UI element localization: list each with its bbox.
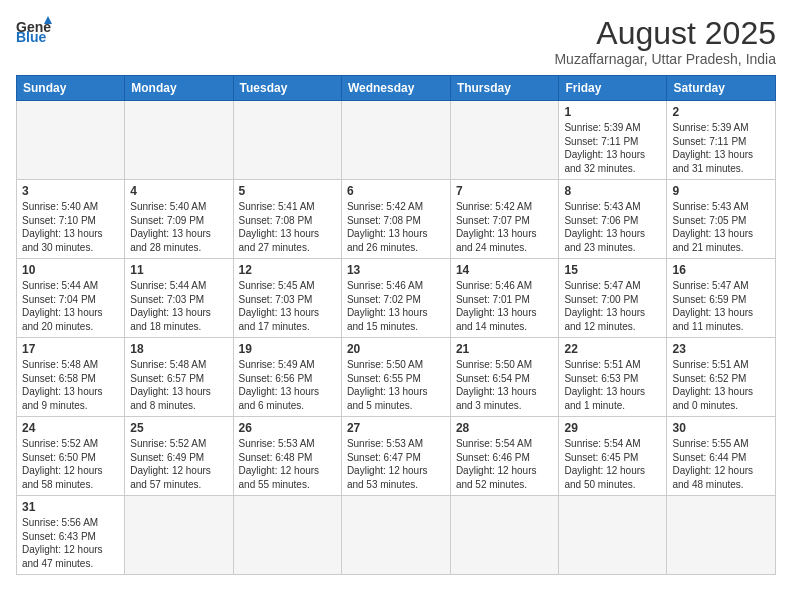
empty-cell xyxy=(233,101,341,180)
empty-cell xyxy=(233,496,341,575)
weekday-header-row: Sunday Monday Tuesday Wednesday Thursday… xyxy=(17,76,776,101)
empty-cell xyxy=(125,101,233,180)
table-row: 17 Sunrise: 5:48 AMSunset: 6:58 PMDaylig… xyxy=(17,338,776,417)
empty-cell xyxy=(341,101,450,180)
day-cell-17: 17 Sunrise: 5:48 AMSunset: 6:58 PMDaylig… xyxy=(17,338,125,417)
calendar-header: General Blue August 2025 Muzaffarnagar, … xyxy=(16,16,776,67)
day-cell-7: 7 Sunrise: 5:42 AMSunset: 7:07 PMDayligh… xyxy=(450,180,559,259)
empty-cell xyxy=(559,496,667,575)
table-row: 10 Sunrise: 5:44 AMSunset: 7:04 PMDaylig… xyxy=(17,259,776,338)
day-cell-23: 23 Sunrise: 5:51 AMSunset: 6:52 PMDaylig… xyxy=(667,338,776,417)
day-cell-21: 21 Sunrise: 5:50 AMSunset: 6:54 PMDaylig… xyxy=(450,338,559,417)
empty-cell xyxy=(125,496,233,575)
empty-cell xyxy=(17,101,125,180)
header-tuesday: Tuesday xyxy=(233,76,341,101)
day-cell-30: 30 Sunrise: 5:55 AMSunset: 6:44 PMDaylig… xyxy=(667,417,776,496)
empty-cell xyxy=(667,496,776,575)
header-wednesday: Wednesday xyxy=(341,76,450,101)
day-cell-2: 2 Sunrise: 5:39 AMSunset: 7:11 PMDayligh… xyxy=(667,101,776,180)
day-cell-24: 24 Sunrise: 5:52 AMSunset: 6:50 PMDaylig… xyxy=(17,417,125,496)
day-cell-10: 10 Sunrise: 5:44 AMSunset: 7:04 PMDaylig… xyxy=(17,259,125,338)
day-cell-25: 25 Sunrise: 5:52 AMSunset: 6:49 PMDaylig… xyxy=(125,417,233,496)
empty-cell xyxy=(450,101,559,180)
logo: General Blue xyxy=(16,16,52,44)
day-cell-20: 20 Sunrise: 5:50 AMSunset: 6:55 PMDaylig… xyxy=(341,338,450,417)
header-saturday: Saturday xyxy=(667,76,776,101)
header-friday: Friday xyxy=(559,76,667,101)
calendar-table: Sunday Monday Tuesday Wednesday Thursday… xyxy=(16,75,776,575)
day-cell-16: 16 Sunrise: 5:47 AMSunset: 6:59 PMDaylig… xyxy=(667,259,776,338)
title-area: August 2025 Muzaffarnagar, Uttar Pradesh… xyxy=(554,16,776,67)
header-thursday: Thursday xyxy=(450,76,559,101)
day-cell-12: 12 Sunrise: 5:45 AMSunset: 7:03 PMDaylig… xyxy=(233,259,341,338)
day-cell-9: 9 Sunrise: 5:43 AMSunset: 7:05 PMDayligh… xyxy=(667,180,776,259)
table-row: 3 Sunrise: 5:40 AMSunset: 7:10 PMDayligh… xyxy=(17,180,776,259)
day-cell-13: 13 Sunrise: 5:46 AMSunset: 7:02 PMDaylig… xyxy=(341,259,450,338)
day-cell-4: 4 Sunrise: 5:40 AMSunset: 7:09 PMDayligh… xyxy=(125,180,233,259)
day-cell-1: 1 Sunrise: 5:39 AMSunset: 7:11 PMDayligh… xyxy=(559,101,667,180)
empty-cell xyxy=(450,496,559,575)
calendar-subtitle: Muzaffarnagar, Uttar Pradesh, India xyxy=(554,51,776,67)
table-row: 31 Sunrise: 5:56 AMSunset: 6:43 PMDaylig… xyxy=(17,496,776,575)
day-cell-6: 6 Sunrise: 5:42 AMSunset: 7:08 PMDayligh… xyxy=(341,180,450,259)
day-cell-29: 29 Sunrise: 5:54 AMSunset: 6:45 PMDaylig… xyxy=(559,417,667,496)
day-cell-19: 19 Sunrise: 5:49 AMSunset: 6:56 PMDaylig… xyxy=(233,338,341,417)
day-cell-18: 18 Sunrise: 5:48 AMSunset: 6:57 PMDaylig… xyxy=(125,338,233,417)
header-monday: Monday xyxy=(125,76,233,101)
calendar-title: August 2025 xyxy=(554,16,776,51)
day-cell-3: 3 Sunrise: 5:40 AMSunset: 7:10 PMDayligh… xyxy=(17,180,125,259)
table-row: 24 Sunrise: 5:52 AMSunset: 6:50 PMDaylig… xyxy=(17,417,776,496)
day-cell-5: 5 Sunrise: 5:41 AMSunset: 7:08 PMDayligh… xyxy=(233,180,341,259)
day-cell-15: 15 Sunrise: 5:47 AMSunset: 7:00 PMDaylig… xyxy=(559,259,667,338)
svg-text:Blue: Blue xyxy=(16,29,47,44)
day-cell-11: 11 Sunrise: 5:44 AMSunset: 7:03 PMDaylig… xyxy=(125,259,233,338)
day-cell-8: 8 Sunrise: 5:43 AMSunset: 7:06 PMDayligh… xyxy=(559,180,667,259)
logo-icon: General Blue xyxy=(16,16,52,44)
day-cell-22: 22 Sunrise: 5:51 AMSunset: 6:53 PMDaylig… xyxy=(559,338,667,417)
day-cell-14: 14 Sunrise: 5:46 AMSunset: 7:01 PMDaylig… xyxy=(450,259,559,338)
day-cell-28: 28 Sunrise: 5:54 AMSunset: 6:46 PMDaylig… xyxy=(450,417,559,496)
header-sunday: Sunday xyxy=(17,76,125,101)
empty-cell xyxy=(341,496,450,575)
day-cell-27: 27 Sunrise: 5:53 AMSunset: 6:47 PMDaylig… xyxy=(341,417,450,496)
table-row: 1 Sunrise: 5:39 AMSunset: 7:11 PMDayligh… xyxy=(17,101,776,180)
day-cell-31: 31 Sunrise: 5:56 AMSunset: 6:43 PMDaylig… xyxy=(17,496,125,575)
day-cell-26: 26 Sunrise: 5:53 AMSunset: 6:48 PMDaylig… xyxy=(233,417,341,496)
